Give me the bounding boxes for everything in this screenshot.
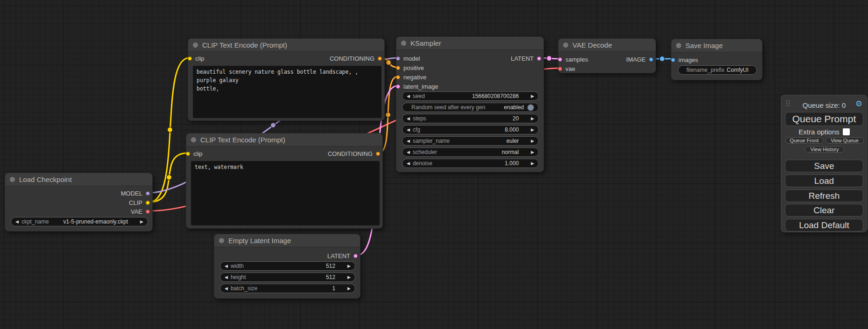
node-clip-text-encode-negative[interactable]: CLIP Text Encode (Prompt) clip CONDITION… — [186, 133, 383, 229]
input-label-samples: samples — [565, 56, 588, 63]
input-port-latent-image[interactable] — [396, 84, 400, 89]
queue-front-button[interactable]: Queue Front — [785, 137, 823, 144]
settings-gear-icon[interactable]: ⚙ — [855, 99, 862, 109]
clear-button[interactable]: Clear — [785, 204, 863, 217]
decrement-arrow-icon[interactable]: ◀ — [407, 117, 410, 121]
collapse-dot-icon[interactable] — [563, 42, 568, 48]
increment-arrow-icon[interactable]: ▶ — [531, 94, 534, 98]
increment-arrow-icon[interactable]: ▶ — [531, 161, 534, 166]
link-dot — [168, 127, 173, 133]
output-port-conditioning[interactable] — [378, 56, 382, 61]
collapse-dot-icon[interactable] — [191, 137, 196, 142]
output-label-conditioning: CONDITIONING — [330, 55, 374, 62]
input-port-negative[interactable] — [396, 75, 400, 79]
widget-label: filename_prefix — [686, 67, 724, 73]
queue-prompt-button[interactable]: Queue Prompt — [785, 112, 863, 126]
node-graph-canvas[interactable]: Load Checkpoint MODEL CLIP VAE ◀ ckpt_na… — [0, 0, 868, 329]
widget-scheduler[interactable]: ◀ scheduler normal ▶ — [402, 147, 539, 157]
output-label-model: MODEL — [121, 190, 142, 197]
toggle-circle-icon[interactable] — [527, 104, 534, 111]
node-title-bar[interactable]: VAE Decode — [558, 39, 656, 52]
prompt-textarea[interactable]: text, watermark — [191, 161, 380, 225]
collapse-dot-icon[interactable] — [193, 42, 198, 48]
collapse-dot-icon[interactable] — [219, 238, 224, 243]
input-port-clip[interactable] — [188, 56, 192, 61]
node-vae-decode[interactable]: VAE Decode samples vae IMAGE — [558, 38, 656, 73]
view-history-button[interactable]: View History — [805, 146, 844, 153]
increment-arrow-icon[interactable]: ▶ — [531, 139, 534, 143]
increment-arrow-icon[interactable]: ▶ — [140, 220, 143, 224]
input-label-clip: clip — [193, 150, 203, 157]
decrement-arrow-icon[interactable]: ◀ — [225, 264, 228, 268]
increment-arrow-icon[interactable]: ▶ — [347, 275, 351, 280]
input-label-clip: clip — [195, 55, 205, 62]
widget-label: seed — [413, 93, 425, 99]
increment-arrow-icon[interactable]: ▶ — [531, 128, 534, 132]
increment-arrow-icon[interactable]: ▶ — [347, 264, 351, 268]
widget-height[interactable]: ◀ height 512 ▶ — [220, 273, 355, 282]
input-port-clip[interactable] — [186, 152, 190, 156]
input-port-samples[interactable] — [558, 57, 562, 62]
save-button[interactable]: Save — [785, 160, 863, 172]
widget-batch-size[interactable]: ◀ batch_size 1 ▶ — [220, 284, 355, 293]
widget-width[interactable]: ◀ width 512 ▶ — [220, 261, 355, 271]
collapse-dot-icon[interactable] — [676, 43, 681, 48]
decrement-arrow-icon[interactable]: ◀ — [407, 94, 410, 98]
decrement-arrow-icon[interactable]: ◀ — [15, 220, 19, 224]
node-clip-text-encode-positive[interactable]: CLIP Text Encode (Prompt) clip CONDITION… — [188, 38, 385, 121]
input-port-vae[interactable] — [558, 67, 562, 71]
input-port-images[interactable] — [671, 58, 675, 62]
output-label-latent: LATENT — [511, 55, 534, 62]
prompt-textarea[interactable]: beautiful scenery nature glass bottle la… — [193, 66, 381, 118]
decrement-arrow-icon[interactable]: ◀ — [407, 150, 410, 154]
node-load-checkpoint[interactable]: Load Checkpoint MODEL CLIP VAE ◀ ckpt_na… — [5, 173, 153, 231]
node-save-image[interactable]: Save Image images filename_prefix ComfyU… — [671, 39, 762, 80]
widget-filename-prefix[interactable]: filename_prefix ComfyUI — [678, 65, 757, 75]
output-port-latent[interactable] — [537, 56, 541, 61]
node-title-bar[interactable]: CLIP Text Encode (Prompt) — [186, 133, 382, 147]
extra-options-checkbox[interactable] — [843, 128, 850, 135]
widget-steps[interactable]: ◀ steps 20 ▶ — [402, 114, 539, 123]
node-ksampler[interactable]: KSampler model positive negative latent_… — [396, 36, 544, 172]
widget-value: enabled — [504, 104, 524, 111]
increment-arrow-icon[interactable]: ▶ — [531, 150, 534, 154]
widget-seed[interactable]: ◀ seed 156680208700286 ▶ — [402, 91, 539, 101]
output-port-latent[interactable] — [353, 254, 358, 258]
output-port-conditioning[interactable] — [376, 152, 380, 156]
decrement-arrow-icon[interactable]: ◀ — [225, 275, 228, 280]
node-title-bar[interactable]: Save Image — [671, 39, 762, 52]
decrement-arrow-icon[interactable]: ◀ — [407, 161, 410, 166]
load-button[interactable]: Load — [785, 175, 863, 187]
increment-arrow-icon[interactable]: ▶ — [531, 117, 534, 121]
link-dot — [386, 60, 391, 65]
widget-cfg[interactable]: ◀ cfg 8.000 ▶ — [402, 125, 539, 134]
widget-value: v1-5-pruned-emaonly.ckpt — [64, 218, 141, 225]
increment-arrow-icon[interactable]: ▶ — [347, 287, 351, 291]
collapse-dot-icon[interactable] — [10, 177, 15, 182]
widget-ckpt-name[interactable]: ◀ ckpt_name v1-5-pruned-emaonly.ckpt ▶ — [11, 217, 148, 226]
output-port-image[interactable] — [649, 57, 653, 62]
output-port-vae[interactable] — [146, 210, 150, 214]
decrement-arrow-icon[interactable]: ◀ — [225, 287, 228, 291]
decrement-arrow-icon[interactable]: ◀ — [407, 139, 410, 143]
load-default-button[interactable]: Load Default — [785, 219, 863, 231]
output-label-latent: LATENT — [327, 252, 350, 259]
widget-sampler-name[interactable]: ◀ sampler_name euler ▶ — [402, 136, 539, 146]
output-port-clip[interactable] — [146, 201, 150, 205]
widget-random-seed-toggle[interactable]: Random seed after every gen enabled — [402, 103, 539, 112]
node-title-bar[interactable]: Empty Latent Image — [214, 234, 360, 247]
node-title-bar[interactable]: CLIP Text Encode (Prompt) — [188, 39, 384, 52]
node-title-bar[interactable]: Load Checkpoint — [5, 173, 152, 186]
widget-denoise[interactable]: ◀ denoise 1.000 ▶ — [402, 159, 539, 168]
node-title-bar[interactable]: KSampler — [396, 37, 543, 50]
link-dot — [167, 175, 172, 180]
decrement-arrow-icon[interactable]: ◀ — [407, 128, 410, 132]
refresh-button[interactable]: Refresh — [785, 189, 863, 202]
output-label-conditioning: CONDITIONING — [328, 150, 373, 157]
collapse-dot-icon[interactable] — [401, 41, 406, 46]
input-port-positive[interactable] — [396, 66, 400, 70]
input-port-model[interactable] — [396, 56, 400, 61]
output-port-model[interactable] — [146, 191, 150, 196]
view-queue-button[interactable]: View Queue — [826, 137, 864, 144]
node-empty-latent-image[interactable]: Empty Latent Image LATENT ◀ width 512 ▶ … — [214, 234, 360, 299]
